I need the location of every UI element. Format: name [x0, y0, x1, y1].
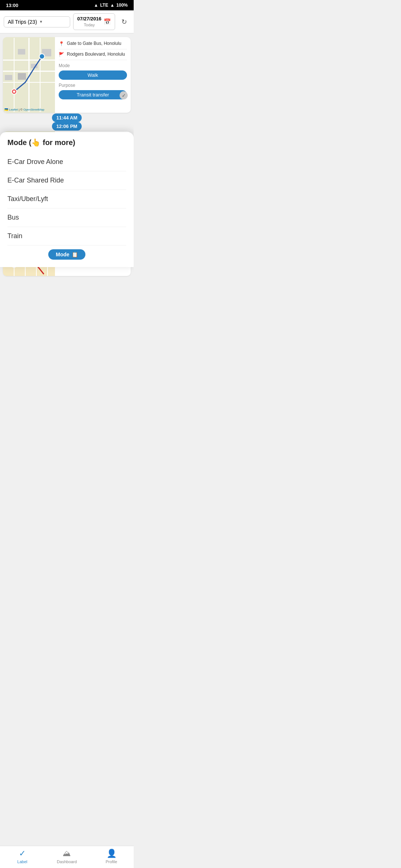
- mode-option-bus[interactable]: Bus: [7, 208, 126, 227]
- mode-option-taxi[interactable]: Taxi/Uber/Lyft: [7, 190, 126, 208]
- calendar-icon: 📅: [104, 18, 111, 25]
- toolbar: All Trips (23) ▼ 07/27/2016 Today 📅 ↻: [0, 10, 134, 33]
- svg-point-12: [39, 54, 45, 59]
- time-bubble-2-wrapper: 12:06 PM: [0, 122, 134, 131]
- trip-card-1: 🇺🇦 Leaflet | © OpenStreetMap 📍 Gate to G…: [3, 37, 131, 113]
- mode-dropdown: Mode (👆 for more) E-Car Drove Alone E-Ca…: [0, 132, 134, 267]
- svg-point-14: [13, 91, 15, 93]
- date-text: 07/27/2016 Today: [77, 16, 101, 27]
- chevron-down-icon: ▼: [39, 20, 43, 24]
- date-sub: Today: [84, 22, 95, 27]
- mode-bottom-button[interactable]: Mode 📋: [48, 249, 85, 260]
- trip-map-1[interactable]: 🇺🇦 Leaflet | © OpenStreetMap: [3, 37, 55, 113]
- status-bar: 13:00 ▲ LTE ▲ 100%: [0, 0, 134, 10]
- refresh-icon: ↻: [121, 18, 127, 26]
- battery-label: 100%: [116, 3, 128, 8]
- osm-link-1[interactable]: OpenStreetMap: [23, 108, 44, 111]
- wifi-icon: ▲: [94, 3, 98, 8]
- trip-info-1: 📍 Gate to Gate Bus, Honolulu 🚩 Rodgers B…: [55, 37, 131, 113]
- trip-to-text-1: Rodgers Boulevard, Honolulu: [67, 52, 125, 57]
- purpose-button-1[interactable]: Transit transfer: [59, 90, 127, 99]
- svg-rect-9: [5, 75, 12, 80]
- date-picker[interactable]: 07/27/2016 Today 📅: [73, 13, 115, 30]
- mode-button-1[interactable]: Walk: [59, 70, 127, 80]
- status-indicators: ▲ LTE ▲ 100%: [94, 3, 128, 8]
- refresh-button[interactable]: ↻: [118, 16, 130, 28]
- mode-label-1: Mode: [59, 63, 127, 68]
- time-bubble-1-wrapper: 11:44 AM: [0, 114, 134, 122]
- map-attribution-1[interactable]: 🇺🇦 Leaflet | © OpenStreetMap: [4, 108, 44, 111]
- mode-btn-label: Mode: [56, 251, 69, 257]
- trip-from-text-1: Gate to Gate Bus, Honolulu: [67, 41, 121, 46]
- svg-rect-10: [18, 73, 26, 80]
- lte-label: LTE: [100, 3, 108, 8]
- svg-rect-7: [18, 49, 25, 55]
- trip-location-from-1: 📍 Gate to Gate Bus, Honolulu: [59, 41, 127, 49]
- trip-location-to-1: 🚩 Rodgers Boulevard, Honolulu: [59, 52, 127, 60]
- date-value: 07/27/2016: [77, 16, 101, 22]
- mode-option-e-car-drove[interactable]: E-Car Drove Alone: [7, 153, 126, 171]
- leaflet-link-1[interactable]: 🇺🇦 Leaflet: [4, 108, 18, 111]
- signal-icon: ▲: [110, 3, 114, 8]
- mode-option-train[interactable]: Train: [7, 227, 126, 246]
- trips-filter-dropdown[interactable]: All Trips (23) ▼: [4, 16, 70, 27]
- purpose-label-1: Purpose: [59, 83, 127, 88]
- status-time: 13:00: [6, 3, 18, 8]
- time-bubble-2: 12:06 PM: [52, 122, 82, 131]
- time-bubble-1: 11:44 AM: [52, 114, 82, 122]
- filter-label: All Trips (23): [8, 19, 37, 25]
- mode-dropdown-title: Mode (👆 for more): [7, 138, 126, 147]
- mode-btn-icon: 📋: [72, 251, 78, 257]
- mode-option-e-car-shared[interactable]: E-Car Shared Ride: [7, 171, 126, 190]
